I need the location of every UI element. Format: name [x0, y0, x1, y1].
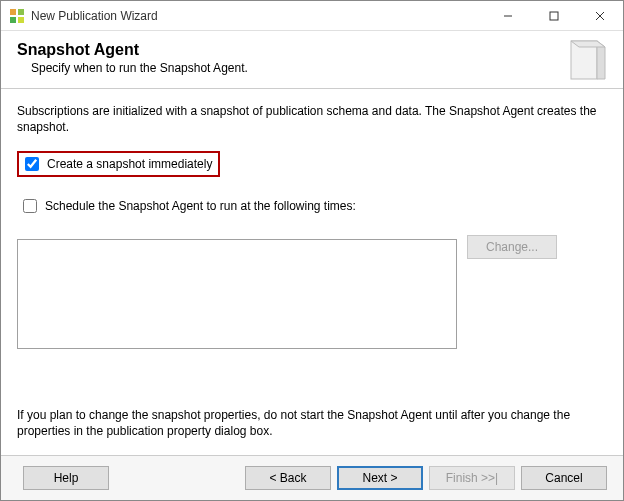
description-text: Subscriptions are initialized with a sna…: [17, 103, 607, 135]
wizard-header: Snapshot Agent Specify when to run the S…: [1, 31, 623, 89]
close-button[interactable]: [577, 1, 623, 31]
svg-rect-3: [18, 17, 24, 23]
app-icon: [9, 8, 25, 24]
maximize-button[interactable]: [531, 1, 577, 31]
header-graphic-icon: [565, 37, 611, 83]
wizard-body: Subscriptions are initialized with a sna…: [1, 89, 623, 455]
change-button: Change...: [467, 235, 557, 259]
schedule-area: Change...: [17, 235, 607, 365]
footer-note: If you plan to change the snapshot prope…: [17, 407, 607, 439]
svg-rect-2: [10, 17, 16, 23]
wizard-footer: Help < Back Next > Finish >>| Cancel: [1, 455, 623, 500]
window-controls: [485, 1, 623, 31]
schedule-snapshot-label: Schedule the Snapshot Agent to run at th…: [45, 199, 356, 213]
page-title: Snapshot Agent: [17, 41, 607, 59]
schedule-snapshot-checkbox[interactable]: [23, 199, 37, 213]
create-snapshot-immediately-label: Create a snapshot immediately: [47, 157, 212, 171]
back-button[interactable]: < Back: [245, 466, 331, 490]
create-snapshot-immediately-row[interactable]: Create a snapshot immediately: [17, 151, 220, 177]
svg-rect-0: [10, 9, 16, 15]
schedule-snapshot-row[interactable]: Schedule the Snapshot Agent to run at th…: [17, 195, 607, 217]
next-button[interactable]: Next >: [337, 466, 423, 490]
schedule-list: [17, 239, 457, 349]
create-snapshot-immediately-checkbox[interactable]: [25, 157, 39, 171]
help-button[interactable]: Help: [23, 466, 109, 490]
minimize-button[interactable]: [485, 1, 531, 31]
window-title: New Publication Wizard: [31, 9, 485, 23]
svg-rect-1: [18, 9, 24, 15]
titlebar: New Publication Wizard: [1, 1, 623, 31]
page-subtitle: Specify when to run the Snapshot Agent.: [31, 61, 607, 75]
finish-button: Finish >>|: [429, 466, 515, 490]
svg-rect-5: [550, 12, 558, 20]
cancel-button[interactable]: Cancel: [521, 466, 607, 490]
wizard-window: New Publication Wizard Snapshot Agent Sp…: [0, 0, 624, 501]
